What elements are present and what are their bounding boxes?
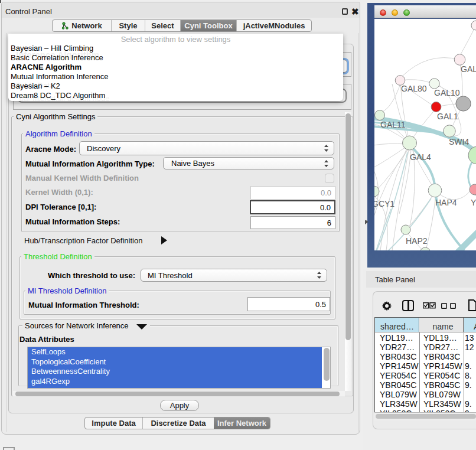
svg-text:GAL10: GAL10 <box>434 88 460 97</box>
svg-text:GAL4: GAL4 <box>410 152 431 162</box>
svg-text:HAP4: HAP4 <box>435 198 457 207</box>
svg-text:GCY1: GCY1 <box>374 199 395 208</box>
svg-text:HAP2: HAP2 <box>406 236 428 246</box>
svg-text:GAL1: GAL1 <box>437 112 458 121</box>
svg-text:GAL: GAL <box>461 64 476 74</box>
svg-text:Y: Y <box>471 198 476 207</box>
svg-text:SWI4: SWI4 <box>449 137 469 146</box>
svg-text:GAL80: GAL80 <box>401 84 427 93</box>
svg-text:GAL11: GAL11 <box>380 120 406 129</box>
